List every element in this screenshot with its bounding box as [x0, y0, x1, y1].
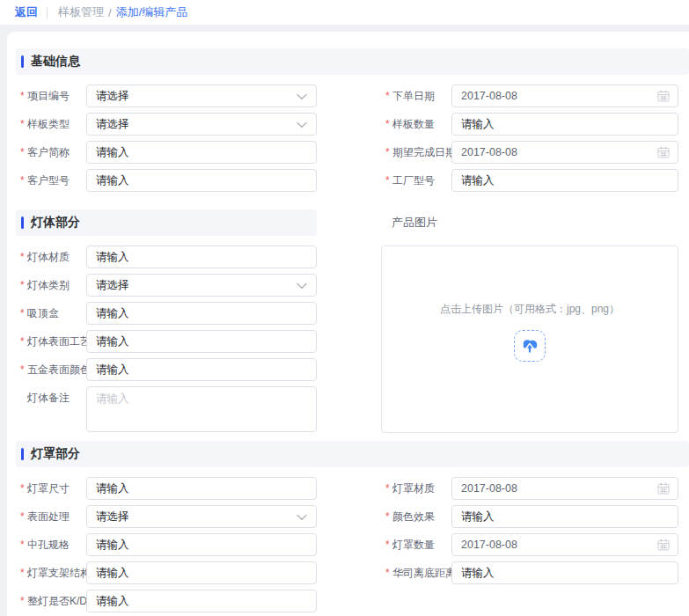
section-shade-body: *灯罩尺寸 请输入 *表面处理 请选择 *中孔规格 请输入	[16, 477, 678, 616]
product-image-upload[interactable]: 点击上传图片（可用格式：jpg、png）	[381, 246, 678, 433]
label-text: 灯罩尺寸	[27, 481, 70, 496]
section-accent-bar	[21, 216, 24, 229]
label-text: 期望完成日期	[392, 145, 456, 160]
required-asterisk: *	[20, 335, 27, 348]
required-asterisk: *	[20, 482, 27, 495]
required-asterisk: *	[385, 146, 392, 158]
ceiling-box-label: *吸顶盒	[16, 306, 86, 321]
input-value: 请输入	[96, 363, 129, 378]
date-value: 2017-08-08	[461, 90, 517, 102]
required-asterisk: *	[20, 595, 27, 607]
label-text: 客户型号	[27, 173, 70, 188]
required-asterisk: *	[20, 174, 27, 187]
basic-left-column: *项目编号 请选择 *样板类型 请选择 *客户简称 请输入	[16, 84, 317, 197]
body-remark-label: 灯体备注	[16, 386, 86, 409]
sample-quantity-field: *样板数量 请输入	[381, 113, 678, 136]
body-remark-textarea[interactable]: 请输入	[86, 386, 317, 432]
washer-bottom-distance-field: *华司离底距离 请输入	[381, 561, 678, 584]
shade-bracket-structure-input[interactable]: 请输入	[86, 561, 317, 584]
customer-model-field: *客户型号 请输入	[16, 169, 317, 192]
chevron-down-icon	[297, 510, 306, 520]
select-value: 请选择	[96, 117, 129, 132]
required-asterisk: *	[20, 279, 27, 291]
breadcrumb-parent[interactable]: 样板管理	[58, 4, 104, 20]
order-date-picker[interactable]: 2017-08-08	[451, 84, 678, 107]
required-asterisk: *	[385, 90, 392, 102]
section-lamp-shade: 灯罩部分 *灯罩尺寸 请输入 *表面处理 请选择	[16, 441, 678, 616]
body-material-input[interactable]: 请输入	[86, 246, 317, 268]
hardware-surface-color-input[interactable]: 请输入	[86, 358, 317, 381]
date-value: 2017-08-08	[461, 539, 517, 551]
body-material-label: *灯体材质	[16, 250, 86, 265]
required-asterisk: *	[385, 174, 392, 187]
whole-lamp-kd-field: *整灯是否K/D 请输入	[16, 590, 317, 612]
sample-quantity-input[interactable]: 请输入	[451, 113, 678, 136]
project-code-select[interactable]: 请选择	[86, 84, 317, 107]
shade-material-picker[interactable]: 2017-08-08	[451, 477, 678, 500]
label-text: 样板类型	[27, 117, 70, 132]
input-value: 请输入	[96, 594, 129, 609]
calendar-icon	[657, 482, 670, 495]
input-value: 请输入	[461, 510, 495, 524]
washer-bottom-distance-input[interactable]: 请输入	[451, 561, 678, 584]
shade-left-column: *灯罩尺寸 请输入 *表面处理 请选择 *中孔规格 请输入	[16, 477, 317, 616]
label-text: 工厂型号	[392, 173, 435, 188]
calendar-icon	[657, 146, 670, 158]
color-effect-label: *颜色效果	[381, 510, 451, 524]
cloud-upload-icon	[520, 337, 539, 355]
surface-treatment-field: *表面处理 请选择	[16, 505, 317, 528]
ceiling-box-field: *吸顶盒 请输入	[16, 302, 317, 325]
required-asterisk: *	[385, 510, 392, 523]
sample-type-select[interactable]: 请选择	[86, 113, 317, 136]
select-value: 请选择	[96, 278, 129, 293]
textarea-placeholder: 请输入	[96, 392, 129, 407]
ceiling-box-input[interactable]: 请输入	[86, 302, 317, 325]
section-title: 灯罩部分	[31, 446, 80, 462]
section-accent-bar	[21, 55, 24, 68]
color-effect-input[interactable]: 请输入	[451, 505, 678, 528]
expected-finish-date-picker[interactable]: 2017-08-08	[451, 141, 678, 164]
label-text: 灯罩支架结构	[27, 566, 91, 581]
expected-finish-date-label: *期望完成日期	[381, 145, 451, 160]
back-button[interactable]: 返回	[15, 4, 38, 20]
label-text: 整灯是否K/D	[27, 594, 87, 609]
upload-button[interactable]	[514, 330, 546, 362]
factory-model-field: *工厂型号 请输入	[381, 169, 678, 192]
project-code-label: *项目编号	[16, 89, 86, 104]
shade-quantity-label: *灯罩数量	[381, 538, 451, 553]
center-hole-spec-label: *中孔规格	[16, 538, 86, 553]
body-category-select[interactable]: 请选择	[86, 274, 317, 297]
shade-size-label: *灯罩尺寸	[16, 481, 86, 496]
center-hole-spec-field: *中孔规格 请输入	[16, 533, 317, 556]
input-value: 请输入	[96, 306, 129, 321]
label-text: 样板数量	[392, 117, 435, 132]
body-remark-field: 灯体备注 请输入	[16, 386, 317, 432]
whole-lamp-kd-input[interactable]: 请输入	[86, 590, 317, 612]
shade-size-input[interactable]: 请输入	[86, 477, 317, 500]
date-value: 2017-08-08	[461, 482, 517, 495]
customer-short-name-input[interactable]: 请输入	[86, 141, 317, 164]
body-surface-process-input[interactable]: 请输入	[86, 330, 317, 353]
required-asterisk: *	[20, 90, 27, 102]
shade-size-field: *灯罩尺寸 请输入	[16, 477, 317, 500]
shade-quantity-picker[interactable]: 2017-08-08	[451, 533, 678, 556]
section-accent-bar	[21, 448, 24, 460]
surface-treatment-select[interactable]: 请选择	[86, 505, 317, 528]
label-text: 项目编号	[27, 89, 70, 104]
factory-model-label: *工厂型号	[381, 173, 451, 188]
label-text: 五金表面颜色	[27, 363, 91, 378]
breadcrumb-current: 添加/编辑产品	[116, 4, 188, 20]
input-value: 请输入	[96, 145, 129, 160]
label-text: 灯体表面工艺	[27, 334, 91, 349]
section-basic-body: *项目编号 请选择 *样板类型 请选择 *客户简称 请输入	[16, 84, 678, 197]
label-text: 吸顶盒	[27, 306, 59, 321]
customer-model-input[interactable]: 请输入	[86, 169, 317, 192]
input-value: 请输入	[461, 173, 495, 188]
upload-hint-text: 点击上传图片（可用格式：jpg、png）	[440, 303, 619, 315]
factory-model-input[interactable]: 请输入	[451, 169, 678, 192]
center-hole-spec-input[interactable]: 请输入	[86, 533, 317, 556]
label-text: 客户简称	[27, 145, 70, 160]
body-category-label: *灯体类别	[16, 278, 86, 293]
section-header-lamp-shade: 灯罩部分	[16, 441, 689, 467]
input-value: 请输入	[96, 334, 129, 349]
